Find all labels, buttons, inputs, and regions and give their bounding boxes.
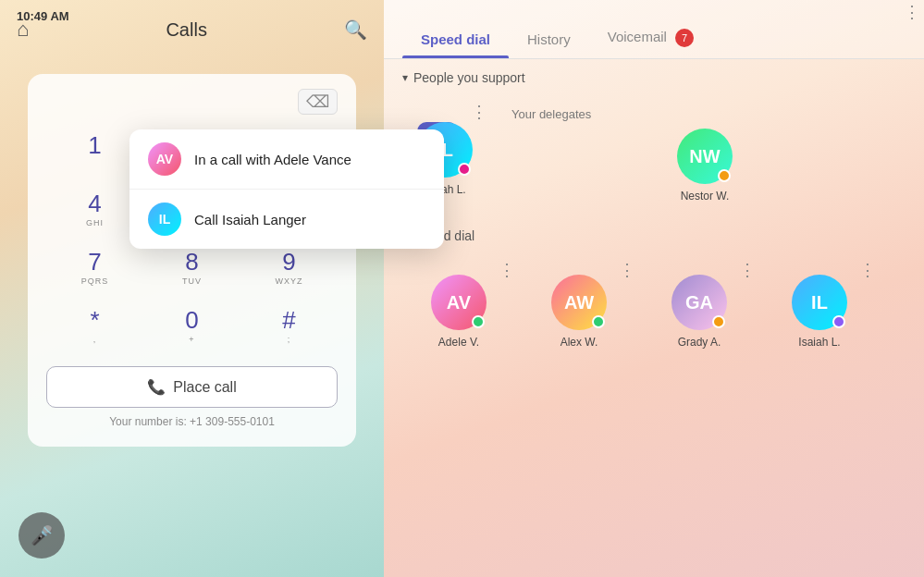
speed-dial-card-alex-w.: ⋮ AW Alex W. bbox=[519, 258, 639, 354]
speed-dial-options-0[interactable]: ⋮ bbox=[495, 258, 519, 282]
speed-dial-name-3: Isaiah L. bbox=[798, 336, 840, 349]
popup-label-isaiah: Call Isaiah Langer bbox=[194, 212, 306, 227]
speed-dial-options-1[interactable]: ⋮ bbox=[615, 258, 639, 282]
speed-dial-options-3[interactable]: ⋮ bbox=[856, 258, 880, 282]
contact-name-nestor: Nestor W. bbox=[681, 190, 730, 203]
search-icon[interactable]: 🔍 bbox=[344, 18, 367, 41]
delegates-options[interactable]: ⋮ bbox=[900, 0, 924, 24]
people-support-section-header: ▾ People you support bbox=[384, 59, 924, 92]
dial-key-7[interactable]: 7PQRS bbox=[46, 239, 143, 297]
contact-options-isaiah[interactable]: ⋮ bbox=[467, 100, 491, 124]
speed-dial-contacts-row: ⋮ AV Adele V. ⋮ AW Alex W. ⋮ GA bbox=[384, 251, 924, 362]
popup-overlay: AV In a call with Adele Vance IL Call Is… bbox=[129, 129, 444, 249]
contact-card-nestor: NW Nestor W. bbox=[511, 129, 898, 203]
tab-history[interactable]: History bbox=[509, 20, 589, 58]
speed-dial-name-2: Grady A. bbox=[678, 336, 721, 349]
popup-item-adele[interactable]: AV In a call with Adele Vance bbox=[129, 129, 444, 190]
speed-dial-name-0: Adele V. bbox=[438, 336, 479, 349]
tab-voicemail[interactable]: Voicemail 7 bbox=[589, 18, 712, 58]
your-number: Your number is: +1 309-555-0101 bbox=[46, 415, 338, 428]
chevron-down-icon: ▾ bbox=[402, 71, 408, 84]
people-support-row: ⋮ 📞 ▾ IL Isaiah L. Your delegates ⋮ bbox=[384, 92, 924, 217]
right-panel: Speed dial History Voicemail 7 ▾ People … bbox=[384, 0, 924, 577]
people-support-label: People you support bbox=[413, 70, 525, 85]
place-call-button[interactable]: 📞 Place call bbox=[46, 366, 338, 408]
speed-dial-name-1: Alex W. bbox=[561, 336, 598, 349]
popup-avatar-isaiah: IL bbox=[148, 203, 181, 236]
popup-avatar-adele: AV bbox=[148, 142, 181, 176]
mute-button[interactable]: 🎤 bbox=[18, 512, 65, 559]
dial-key-*[interactable]: *, bbox=[46, 297, 143, 355]
phone-icon: 📞 bbox=[147, 378, 166, 396]
time-display: 10:49 AM bbox=[17, 9, 69, 23]
speed-dial-section-header: ▾ Speed dial bbox=[384, 217, 924, 251]
speed-dial-card-isaiah-l.: ⋮ IL Isaiah L. bbox=[759, 258, 880, 354]
right-tabs: Speed dial History Voicemail 7 bbox=[384, 0, 924, 59]
delegates-header: Your delegates ⋮ bbox=[511, 107, 898, 121]
speed-dial-card-adele-v.: ⋮ AV Adele V. bbox=[399, 258, 519, 354]
popup-item-isaiah[interactable]: IL Call Isaiah Langer bbox=[129, 190, 444, 249]
speed-dial-card-grady-a.: ⋮ GA Grady A. bbox=[639, 258, 759, 354]
calls-title: Calls bbox=[166, 19, 206, 41]
tab-speed-dial[interactable]: Speed dial bbox=[402, 20, 509, 58]
backspace-button[interactable]: ⌫ bbox=[298, 89, 338, 115]
dialpad-backspace: ⌫ bbox=[46, 89, 338, 115]
dial-key-0[interactable]: 0+ bbox=[143, 297, 240, 355]
delegates-area: Your delegates ⋮ NW Nestor W. bbox=[500, 100, 909, 210]
speed-dial-options-2[interactable]: ⋮ bbox=[735, 258, 759, 282]
voicemail-badge: 7 bbox=[675, 29, 694, 47]
popup-label-adele: In a call with Adele Vance bbox=[194, 152, 351, 167]
mute-icon: 🎤 bbox=[31, 524, 54, 546]
left-panel: 10:49 AM ⌂ Calls 🔍 ⌫ 12ABC3DEF4GHI5JKL6M… bbox=[0, 0, 384, 577]
dial-key-#[interactable]: #; bbox=[240, 297, 338, 355]
place-call-label: Place call bbox=[173, 379, 236, 396]
